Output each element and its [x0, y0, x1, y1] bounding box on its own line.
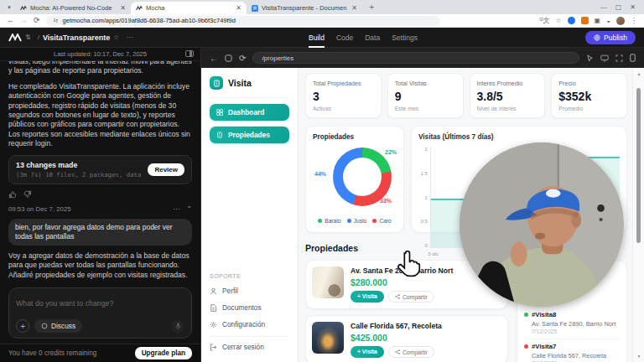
chat-message-list[interactable]: para agencias inmobiliarias Note: All at…: [0, 61, 200, 286]
browser-tab-active[interactable]: Mocha ✕: [131, 2, 247, 14]
review-button[interactable]: Review: [148, 163, 184, 176]
preview-scrollbar[interactable]: ▲ ▼: [632, 68, 644, 362]
nav-dashboard[interactable]: Dashboard: [210, 104, 289, 121]
stat-sub: Este mes: [395, 106, 456, 111]
tab-close-icon[interactable]: ✕: [351, 4, 357, 12]
back-icon[interactable]: ←: [7, 17, 14, 24]
collapse-icon[interactable]: ⌃: [186, 205, 192, 213]
new-tab-button[interactable]: ＋: [367, 1, 376, 13]
changes-meta: (3m 7s) 10 files, 2 packages, database u…: [16, 171, 141, 178]
panel-toggle-icon[interactable]: [185, 50, 194, 57]
scrollbar-thumb[interactable]: [636, 88, 641, 243]
mobile-icon[interactable]: [630, 54, 636, 62]
thumbs-up-icon[interactable]: [8, 190, 17, 199]
fullscreen-icon[interactable]: [615, 54, 623, 62]
property-thumbnail: [312, 266, 344, 298]
y-axis-label: 1: [425, 194, 428, 200]
stat-card-interes: Interés Promedio 3.8/5 Nivel de interés: [470, 73, 546, 118]
stat-label: Precio: [558, 80, 620, 87]
chat-input-card: ＋ Discuss: [8, 287, 192, 339]
window-maximize-button[interactable]: ▢: [615, 3, 622, 11]
app-logo: [210, 76, 223, 90]
share-button[interactable]: Compartir: [388, 346, 434, 358]
tab-close-icon[interactable]: ✕: [236, 4, 242, 12]
publish-button[interactable]: Publish: [585, 31, 636, 44]
preview-back-button[interactable]: ←: [210, 54, 218, 63]
favorite-star-icon[interactable]: ☆: [113, 34, 119, 41]
sidebar-item-configuracion[interactable]: Configuración: [210, 316, 289, 333]
property-price: $425.000: [351, 333, 442, 343]
visit-id: #Visita8: [532, 311, 556, 318]
person-hand: [511, 242, 527, 266]
grid-icon: [216, 109, 223, 116]
property-card[interactable]: Calle Florida 567, Recoleta $425.000 + V…: [305, 315, 508, 362]
y-axis-label: 2: [425, 146, 428, 152]
property-price: $280.000: [351, 277, 453, 287]
property-thumbnail: [312, 322, 344, 354]
mic-button[interactable]: [172, 320, 184, 333]
extensions-puzzle-icon[interactable]: ◒: [606, 17, 610, 24]
extension-orange-icon[interactable]: [581, 17, 589, 24]
translate-icon[interactable]: ᴳ文: [539, 16, 549, 25]
stat-value: 9: [395, 90, 456, 102]
extension-blue-icon[interactable]: [568, 17, 575, 24]
upgrade-plan-button[interactable]: Upgrade plan: [135, 347, 192, 359]
camera-extension-icon[interactable]: ▣: [595, 17, 601, 24]
message-timestamp: 09:53 on Dec 7, 2025: [8, 205, 71, 213]
refresh-icon[interactable]: ⟳: [34, 17, 40, 24]
visit-address: Av. Santa Fe 2890, Barrio Nort: [532, 320, 620, 328]
visit-item[interactable]: #Visita7 Calle Florida 567, Recoleta 7/1…: [524, 339, 620, 362]
visit-button[interactable]: + Visita: [351, 291, 384, 303]
webcam-video: [460, 142, 624, 307]
tab-build[interactable]: Build: [309, 28, 325, 48]
google-docs-favicon: [252, 5, 258, 12]
bookmark-star-icon[interactable]: ☆: [555, 17, 561, 24]
window-minimize-button[interactable]: —: [600, 3, 607, 11]
more-icon[interactable]: ⋯: [173, 205, 179, 213]
tab-title: Mocha: AI-Powered No-Code: [30, 4, 117, 12]
chat-input[interactable]: [16, 299, 184, 308]
preview-url-bar[interactable]: /properties: [252, 52, 579, 64]
tab-settings[interactable]: Settings: [392, 28, 418, 48]
scroll-down-arrow[interactable]: ▼: [633, 354, 644, 359]
thumbs-down-icon[interactable]: [23, 190, 32, 199]
tab-close-icon[interactable]: ✕: [120, 4, 126, 12]
stat-sub: Promedio: [558, 106, 620, 111]
url-bar[interactable]: getmocha.com/apps/019af8d6-6638-75ad-ab1…: [46, 16, 440, 26]
window-close-button[interactable]: ✕: [630, 3, 636, 11]
tab-data[interactable]: Data: [365, 28, 380, 48]
stat-label: Total Visitas: [395, 80, 456, 87]
browser-menu-icon[interactable]: ⋮: [631, 17, 637, 24]
app-sidebar: Visita Dashboard Propiedades SOPORTE Per…: [201, 68, 299, 362]
preview-home-button[interactable]: [225, 54, 232, 62]
sidebar-item-cerrar-sesion[interactable]: Cerrar sesión: [210, 339, 289, 355]
sidebar-item-perfil[interactable]: Perfil: [210, 282, 289, 299]
browser-profile-avatar[interactable]: [616, 17, 625, 25]
share-button[interactable]: Compartir: [388, 291, 434, 303]
browser-tab[interactable]: VisitaTransparente - Documen ✕: [247, 2, 362, 14]
nav-propiedades[interactable]: Propiedades: [210, 127, 289, 143]
site-settings-icon: [53, 18, 59, 23]
scroll-up-arrow[interactable]: ▲: [633, 71, 644, 76]
sidebar-item-documentos[interactable]: Documentos: [210, 299, 289, 316]
browser-tab[interactable]: Mocha: AI-Powered No-Code ✕: [15, 2, 131, 14]
inspect-cursor-icon[interactable]: [586, 54, 594, 62]
stats-row: Total Propiedades 3 Activas Total Visita…: [305, 73, 627, 118]
add-attachment-button[interactable]: ＋: [16, 319, 29, 333]
visit-item[interactable]: #Visita8 Av. Santa Fe 2890, Barrio Nort …: [524, 308, 620, 339]
forward-icon[interactable]: →: [20, 17, 28, 24]
support-section-label: SOPORTE: [210, 273, 289, 279]
desktop-icon[interactable]: [600, 54, 609, 62]
discuss-button[interactable]: Discuss: [34, 319, 82, 333]
app-brand-name: Visita: [228, 78, 252, 88]
preview-refresh-button[interactable]: ⟳: [239, 54, 246, 63]
tab-list-chevron-icon[interactable]: ▾: [3, 2, 15, 13]
mic-icon: [175, 323, 181, 330]
browser-tab-strip: ▾ Mocha: AI-Powered No-Code ✕ Mocha ✕ Vi…: [0, 0, 644, 14]
stat-value: 3.8/5: [477, 90, 538, 102]
door-handle: [597, 204, 605, 212]
tab-code[interactable]: Code: [336, 28, 353, 48]
workspace-switcher-icon[interactable]: ⇅: [25, 34, 31, 41]
visit-button[interactable]: + Visita: [351, 346, 384, 358]
more-options-icon[interactable]: ⋯: [126, 34, 132, 41]
